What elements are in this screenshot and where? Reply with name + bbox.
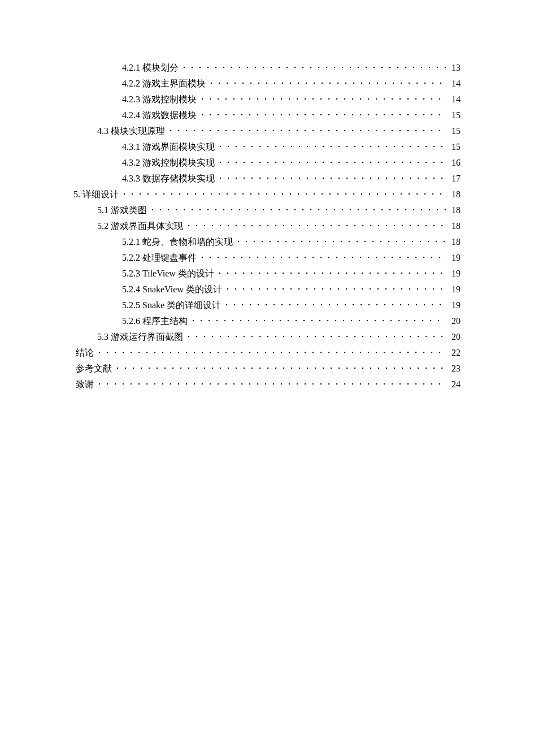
toc-page-number: 23	[448, 362, 461, 375]
toc-leader-dots: ････････････････････････････････････････…	[218, 156, 446, 170]
toc-entry: 结论･･････････････････････････････････････…	[73, 346, 461, 360]
toc-entry: 5.2游戏界面具体实现･････････････････････････････…	[73, 219, 461, 233]
toc-page-number: 15	[448, 109, 461, 122]
toc-leader-dots: ････････････････････････････････････････…	[97, 378, 446, 391]
toc-entry-number: 4.2.4	[122, 109, 140, 122]
toc-entry-title: TileView 类的设计	[142, 267, 214, 280]
toc-leader-dots: ････････････････････････････････････････…	[218, 172, 446, 185]
toc-page-number: 24	[448, 378, 461, 391]
toc-entry-title: Snake 类的详细设计	[142, 299, 221, 312]
toc-page-number: 14	[448, 77, 461, 90]
toc-entry-title: 处理键盘事件	[142, 251, 197, 265]
toc-entry: 5.2.4SnakeView 类的设计･････････････････････…	[73, 283, 461, 296]
toc-entry-title: 游戏控制模块	[142, 93, 197, 106]
toc-entry: 5.1游戏类图･････････････････････････････････…	[73, 204, 461, 217]
table-of-contents: 4.2.1模块划分･･･････････････････････････････…	[73, 61, 461, 391]
toc-leader-dots: ････････････････････････････････････････…	[225, 283, 446, 296]
toc-page-number: 15	[448, 140, 461, 154]
toc-leader-dots: ････････････････････････････････････････…	[218, 140, 446, 154]
toc-entry: 4.3.3数据存储模块实现･･･････････････････････････…	[73, 172, 461, 185]
toc-leader-dots: ････････････････････････････････････････…	[200, 109, 446, 122]
toc-entry-number: 4.2.2	[122, 77, 140, 90]
toc-entry-title: 游戏类图	[111, 204, 147, 217]
toc-entry-title: 游戏控制模块实现	[142, 156, 215, 170]
toc-entry: 5.详细设计･･････････････････････････････････…	[73, 188, 461, 201]
toc-entry-title: 游戏界面模块实现	[142, 140, 215, 154]
toc-page-number: 22	[448, 346, 461, 360]
toc-entry: 5.2.3TileView 类的设计･･････････････････････…	[73, 267, 461, 280]
toc-page-number: 19	[448, 251, 461, 265]
toc-leader-dots: ････････････････････････････････････････…	[150, 204, 446, 217]
toc-entry-title: 程序主结构	[142, 314, 188, 328]
toc-page-number: 20	[448, 314, 461, 328]
toc-entry-title: 蛇身、食物和墙的实现	[142, 235, 233, 249]
toc-leader-dots: ････････････････････････････････････････…	[224, 299, 446, 312]
toc-entry: 致谢･･････････････････････････････････････…	[73, 378, 461, 391]
toc-entry-title: 模块实现原理	[111, 124, 165, 138]
toc-entry-number: 5.3	[97, 330, 108, 344]
toc-entry-number: 5.2.6	[122, 314, 140, 328]
toc-entry: 5.3游戏运行界面截图･････････････････････････････…	[73, 330, 461, 344]
toc-page-number: 18	[448, 235, 461, 249]
toc-entry-title: 致谢	[76, 378, 94, 391]
toc-entry-number: 4.2.3	[122, 93, 140, 106]
toc-entry-title: 游戏运行界面截图	[111, 330, 183, 344]
toc-entry-number: 5.2	[97, 219, 108, 233]
toc-leader-dots: ････････････････････････････････････････…	[186, 219, 446, 233]
toc-entry-number: 4.3	[97, 124, 108, 138]
toc-entry-number: 5.2.3	[122, 267, 140, 280]
toc-leader-dots: ････････････････････････････････････････…	[209, 77, 446, 90]
toc-entry-number: 4.3.1	[122, 140, 140, 154]
toc-entry-title: 结论	[76, 346, 94, 360]
toc-entry: 5.2.5Snake 类的详细设计･･･････････････････････…	[73, 299, 461, 312]
toc-entry-title: 详细设计	[83, 188, 119, 201]
toc-entry-title: 模块划分	[142, 61, 179, 75]
toc-entry-title: 数据存储模块实现	[142, 172, 215, 185]
toc-leader-dots: ････････････････････････････････････････…	[168, 124, 446, 138]
toc-leader-dots: ････････････････････････････････････････…	[186, 330, 446, 344]
toc-leader-dots: ････････････････････････････････････････…	[191, 314, 446, 328]
toc-entry: 4.3.2游戏控制模块实现･･･････････････････････････…	[73, 156, 461, 170]
toc-page-number: 18	[448, 219, 461, 233]
toc-page-number: 19	[448, 283, 461, 296]
toc-leader-dots: ････････････････････････････････････････…	[122, 188, 446, 201]
toc-leader-dots: ････････････････････････････････････････…	[218, 267, 446, 280]
toc-page-number: 18	[448, 188, 461, 201]
toc-entry-number: 5.1	[97, 204, 108, 217]
toc-leader-dots: ････････････････････････････････････････…	[182, 61, 446, 75]
toc-entry-number: 5.	[73, 188, 80, 201]
toc-page-number: 17	[448, 172, 461, 185]
toc-page-number: 14	[448, 93, 461, 106]
toc-entry: 5.2.2处理键盘事件･････････････････････････････…	[73, 251, 461, 265]
toc-page-number: 16	[448, 156, 461, 170]
toc-entry-title: SnakeView 类的设计	[142, 283, 222, 296]
toc-leader-dots: ････････････････････････････････････････…	[115, 362, 446, 375]
toc-entry: 4.2.3游戏控制模块･････････････････････････････…	[73, 93, 461, 106]
toc-entry-number: 4.3.3	[122, 172, 140, 185]
toc-entry: 5.2.1蛇身、食物和墙的实现･････････････････････････…	[73, 235, 461, 249]
toc-page-number: 20	[448, 330, 461, 344]
toc-entry: 5.2.6程序主结构･･････････････････････････････…	[73, 314, 461, 328]
toc-entry-number: 4.2.1	[122, 61, 140, 75]
toc-page-number: 19	[448, 267, 461, 280]
toc-entry-title: 游戏界面具体实现	[111, 219, 183, 233]
toc-leader-dots: ････････････････････････････････････････…	[236, 235, 446, 249]
toc-leader-dots: ････････････････････････････････････････…	[97, 346, 446, 360]
toc-entry-number: 5.2.1	[122, 235, 140, 249]
toc-entry: 4.3模块实现原理･･･････････････････････････････…	[73, 124, 461, 138]
toc-page-number: 13	[448, 61, 461, 75]
toc-leader-dots: ････････････････････････････････････････…	[200, 93, 446, 106]
toc-entry: 4.2.2游戏主界面模块････････････････････････････…	[73, 77, 461, 90]
toc-entry: 参考文献････････････････････････････････････…	[73, 362, 461, 375]
toc-page-number: 18	[448, 204, 461, 217]
toc-entry: 4.2.1模块划分･･･････････････････････････････…	[73, 61, 461, 75]
toc-entry-title: 游戏数据模块	[142, 109, 197, 122]
toc-entry-title: 参考文献	[76, 362, 112, 375]
toc-entry: 4.2.4游戏数据模块･････････････････････････････…	[73, 109, 461, 122]
toc-entry-number: 5.2.5	[122, 299, 140, 312]
toc-leader-dots: ････････････････････････････････････････…	[200, 251, 446, 265]
toc-entry-number: 5.2.2	[122, 251, 140, 265]
toc-page-number: 15	[448, 124, 461, 138]
toc-page-number: 19	[448, 299, 461, 312]
toc-entry: 4.3.1游戏界面模块实现･･･････････････････････････…	[73, 140, 461, 154]
